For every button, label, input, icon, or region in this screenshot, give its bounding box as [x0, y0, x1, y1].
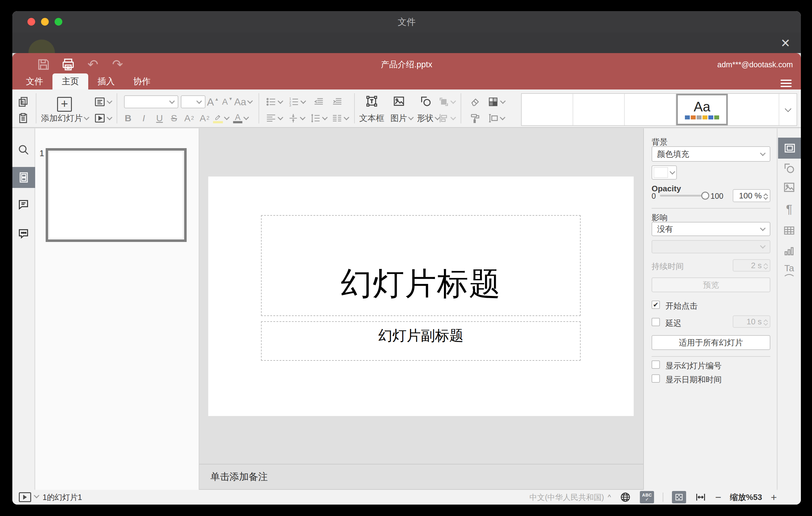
- zoom-out-icon[interactable]: −: [715, 491, 721, 503]
- start-slideshow-status-icon[interactable]: [19, 492, 31, 502]
- font-size-select[interactable]: [181, 95, 205, 108]
- table-settings-icon[interactable]: [783, 224, 795, 237]
- slide-size-icon[interactable]: [488, 113, 505, 124]
- apply-to-all-slides-button[interactable]: 适用于所有幻灯片: [651, 335, 770, 350]
- paste-icon[interactable]: [17, 112, 29, 124]
- change-case-icon[interactable]: Aa: [234, 96, 252, 108]
- textbox-icon[interactable]: [366, 95, 378, 107]
- zoom-level: 缩放%53: [730, 492, 762, 503]
- increase-font-icon[interactable]: A▲: [207, 96, 219, 108]
- align-text-icon[interactable]: [266, 113, 283, 124]
- tab-collaboration[interactable]: 协作: [124, 74, 160, 89]
- theme-palette: [685, 115, 719, 119]
- bold-icon[interactable]: B: [125, 113, 132, 123]
- theme-option[interactable]: [728, 94, 779, 125]
- effect-label: 影响: [651, 212, 668, 223]
- arrange-icon[interactable]: [438, 96, 455, 107]
- delay-checkbox[interactable]: [651, 318, 660, 326]
- theme-option[interactable]: [522, 94, 573, 125]
- menu-icon[interactable]: [781, 78, 792, 86]
- numbered-list-icon[interactable]: 1 2 3: [288, 96, 306, 107]
- right-sidebar: ¶ Ta: [777, 128, 801, 490]
- slide-canvas[interactable]: 幻灯片标题 幻灯片副标题: [208, 176, 634, 416]
- color-scheme-icon[interactable]: [488, 96, 505, 108]
- tab-insert[interactable]: 插入: [88, 74, 124, 89]
- change-layout-icon[interactable]: [94, 96, 112, 108]
- image-icon[interactable]: [393, 95, 405, 107]
- slideshow-options-chevron-icon[interactable]: [34, 492, 39, 498]
- chat-icon[interactable]: [17, 227, 30, 239]
- theme-gallery-expand-icon[interactable]: [779, 94, 796, 125]
- copy-style-icon[interactable]: [469, 113, 481, 124]
- zoom-in-icon[interactable]: +: [771, 491, 777, 503]
- opacity-slider-thumb[interactable]: [701, 192, 709, 200]
- theme-option[interactable]: [625, 94, 676, 125]
- text-art-settings-icon[interactable]: Ta: [784, 263, 795, 277]
- textbox-label[interactable]: 文本框: [359, 113, 384, 124]
- tab-file[interactable]: 文件: [17, 74, 53, 89]
- slide-thumbnail[interactable]: [46, 148, 187, 242]
- subscript-icon[interactable]: A2: [200, 113, 209, 123]
- chart-settings-icon[interactable]: [783, 245, 795, 257]
- duration-spinner[interactable]: 2 s: [733, 259, 770, 271]
- opacity-slider[interactable]: [660, 195, 707, 197]
- show-date-time-checkbox[interactable]: [651, 374, 660, 383]
- subtitle-placeholder[interactable]: 幻灯片副标题: [261, 321, 581, 361]
- increase-indent-icon[interactable]: [332, 96, 343, 107]
- fit-to-slide-icon[interactable]: [672, 491, 686, 503]
- language-caret-icon[interactable]: ^: [608, 493, 611, 501]
- show-slide-number-checkbox[interactable]: [651, 361, 660, 369]
- spellcheck-icon[interactable]: ABC ✓: [640, 491, 654, 503]
- italic-icon[interactable]: I: [143, 113, 145, 123]
- image-label[interactable]: 图片: [390, 113, 413, 124]
- image-settings-icon[interactable]: [783, 181, 795, 194]
- highlight-color-icon[interactable]: [213, 113, 229, 123]
- line-spacing-icon[interactable]: [310, 113, 327, 124]
- font-name-select[interactable]: [124, 95, 178, 108]
- language-selector[interactable]: 中文(中华人民共和国): [529, 492, 604, 503]
- effect-select[interactable]: 没有: [651, 222, 770, 236]
- opacity-spinner[interactable]: 100 %: [733, 189, 770, 202]
- duration-label: 持续时间: [651, 261, 684, 272]
- close-dialog-icon[interactable]: ✕: [777, 34, 794, 52]
- preview-button[interactable]: 预览: [651, 278, 770, 292]
- delay-spinner[interactable]: 10 s: [733, 315, 770, 328]
- decrease-indent-icon[interactable]: [313, 96, 324, 107]
- notes-area[interactable]: 单击添加备注: [199, 464, 643, 490]
- globe-icon[interactable]: [619, 491, 631, 503]
- columns-icon[interactable]: [332, 113, 349, 124]
- toolbar-separator: [259, 93, 259, 123]
- slide-editor: 幻灯片标题 幻灯片副标题: [199, 128, 643, 464]
- fit-to-width-icon[interactable]: [695, 491, 706, 503]
- shape-label[interactable]: 形状: [417, 113, 440, 124]
- add-slide-button[interactable]: +: [57, 97, 72, 112]
- fill-color-select[interactable]: [651, 165, 677, 180]
- background-label: 背景: [651, 137, 668, 147]
- add-slide-label-button[interactable]: 添加幻灯片: [41, 113, 89, 124]
- decrease-font-icon[interactable]: A▼: [222, 97, 233, 107]
- superscript-icon[interactable]: A2: [184, 113, 194, 123]
- copy-icon[interactable]: [17, 96, 29, 108]
- effect-type-select[interactable]: [651, 240, 770, 253]
- strikethrough-icon[interactable]: S: [171, 113, 177, 123]
- underline-icon[interactable]: U: [156, 113, 163, 123]
- slides-panel-icon[interactable]: [12, 167, 35, 188]
- font-color-icon[interactable]: A: [233, 113, 248, 123]
- paragraph-settings-icon[interactable]: ¶: [786, 203, 792, 216]
- title-placeholder[interactable]: 幻灯片标题: [261, 215, 581, 316]
- shape-settings-icon[interactable]: [783, 162, 795, 174]
- start-on-click-checkbox[interactable]: ✔: [651, 300, 660, 309]
- theme-option-selected[interactable]: Aa: [676, 94, 728, 125]
- theme-option[interactable]: [573, 94, 625, 125]
- align-shapes-icon[interactable]: [438, 113, 455, 124]
- comments-icon[interactable]: [17, 198, 30, 211]
- slide-settings-icon[interactable]: [778, 138, 801, 159]
- start-slideshow-icon[interactable]: [94, 112, 112, 124]
- eraser-icon[interactable]: [469, 96, 481, 107]
- search-icon[interactable]: [17, 144, 30, 156]
- tab-home[interactable]: 主页: [53, 74, 88, 89]
- bullet-list-icon[interactable]: [266, 96, 283, 107]
- background-fill-select[interactable]: 颜色填充: [651, 146, 770, 162]
- shape-icon[interactable]: [419, 95, 432, 107]
- vertical-align-icon[interactable]: [288, 113, 305, 124]
